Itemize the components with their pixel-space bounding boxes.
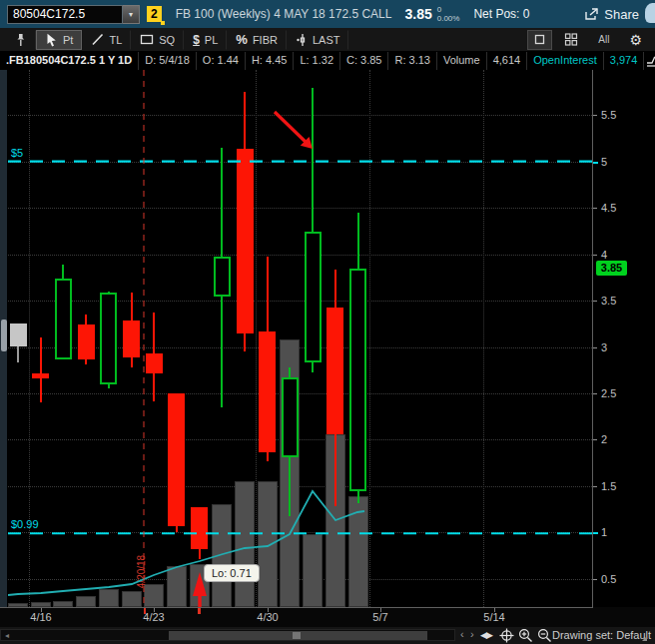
- price-tick-label: 3: [601, 341, 607, 353]
- price-gridline: [8, 255, 592, 256]
- price-gridline: [8, 439, 592, 440]
- price-gridline: [8, 115, 592, 116]
- price-tick-label: 2: [601, 433, 607, 445]
- price-level-label: $5: [11, 147, 23, 159]
- drawing-toolbar: Pt TL SQ $ PL % FIBR: [0, 28, 655, 52]
- all-button[interactable]: All: [589, 30, 617, 50]
- price-gridline: [8, 579, 592, 580]
- price-axis[interactable]: 5.554.543.532.521.510.53.85: [592, 70, 655, 607]
- tool-last-button[interactable]: LAST: [287, 30, 349, 50]
- zoom-in-button[interactable]: [518, 628, 533, 642]
- volume-bar: [212, 504, 232, 607]
- ohlc-range: R: 3.13: [388, 52, 436, 70]
- price-tick: [593, 579, 597, 580]
- zoom-out-button[interactable]: [537, 628, 552, 642]
- share-icon: [583, 7, 599, 21]
- pin-toolbar-button[interactable]: [5, 30, 36, 50]
- ohlc-high: H: 4.45: [246, 52, 294, 70]
- trendline-icon: [91, 33, 104, 46]
- chart-style-button[interactable]: [644, 52, 655, 70]
- price-tick-label: 0.5: [601, 573, 616, 585]
- price-tick: [593, 162, 598, 164]
- tool-square-label: SQ: [159, 34, 175, 46]
- tool-pointer-label: Pt: [63, 34, 73, 46]
- tool-pointer-button[interactable]: Pt: [36, 30, 82, 50]
- share-button[interactable]: Share: [583, 7, 639, 22]
- candle-body-4/24: [168, 393, 185, 526]
- price-tick: [593, 208, 597, 209]
- ohlc-close: C: 3.85: [340, 52, 388, 70]
- single-cell-view-button[interactable]: [527, 30, 552, 50]
- expiration-vline-label: 4/20/18: [136, 548, 147, 596]
- settings-button[interactable]: ⚙: [620, 30, 650, 50]
- resize-grip-icon: [642, 636, 647, 641]
- date-tick-label: 4/16: [24, 611, 58, 623]
- price-tick-label: 5.5: [601, 109, 616, 121]
- scrollbar-left-arrow-icon[interactable]: ◂: [5, 631, 9, 640]
- percent-icon: %: [236, 32, 248, 47]
- open-interest-value: 3,974: [604, 52, 645, 70]
- grid-view-button[interactable]: [555, 30, 586, 50]
- symbol-dropdown-button[interactable]: ▾: [123, 5, 140, 24]
- instrument-description: FB 100 (Weeklys) 4 MAY 18 172.5 CALL: [176, 7, 392, 21]
- crosshair-icon: [499, 628, 514, 643]
- partial-user-icon[interactable]: [645, 3, 655, 23]
- scroll-forward-button[interactable]: ›: [470, 628, 474, 640]
- tool-trendline-button[interactable]: TL: [82, 30, 131, 50]
- pan-icon: ◀▶: [480, 630, 492, 640]
- pan-mode-button[interactable]: ◀▶: [480, 628, 492, 642]
- price-gridline: [8, 532, 592, 533]
- open-interest-label: OpenInterest: [527, 52, 604, 70]
- change-value: 0: [437, 5, 460, 14]
- crosshair-button[interactable]: [499, 628, 514, 642]
- price-tick-label: 1.5: [601, 480, 616, 492]
- tool-square-button[interactable]: SQ: [131, 30, 184, 50]
- date-tick-label: 4/30: [251, 611, 285, 623]
- price-gridline: [8, 486, 592, 487]
- price-level-label: $0.99: [11, 518, 39, 530]
- price-tick: [593, 532, 598, 534]
- square-icon: [140, 33, 154, 46]
- net-position: Net Pos: 0: [473, 7, 529, 21]
- tool-fib-button[interactable]: % FIBR: [227, 30, 287, 50]
- price-gridline: [8, 162, 592, 163]
- drawing-set-menu[interactable]: Drawing set: Default: [552, 629, 651, 641]
- candle-icon: [296, 33, 308, 47]
- volume-bar: [348, 496, 368, 607]
- ohlc-low: L: 1.32: [294, 52, 340, 70]
- link-group-badge[interactable]: 2: [147, 6, 162, 22]
- price-tick: [593, 301, 597, 302]
- volume-bar: [167, 566, 187, 607]
- price-tick-label: 1: [601, 526, 607, 538]
- cursor-icon: [45, 33, 58, 47]
- price-tick: [593, 439, 597, 440]
- change-percent: 0.00%: [437, 14, 460, 23]
- left-gutter-handle[interactable]: [1, 320, 7, 351]
- arrow-axis-tick: [198, 608, 201, 614]
- volume-bar: [303, 534, 323, 607]
- time-scrollbar[interactable]: ◂: [0, 629, 455, 641]
- tool-fib-label: FIBR: [253, 34, 278, 46]
- instrument-header-bar: 80504C172.5 ▾ 2 FB 100 (Weeklys) 4 MAY 1…: [0, 0, 655, 28]
- price-tick: [593, 486, 597, 487]
- gear-icon: ⚙: [629, 32, 642, 48]
- price-tick: [593, 255, 597, 256]
- price-tick-label: 4.5: [601, 202, 616, 214]
- volume-label: Volume: [437, 52, 487, 70]
- last-price-axis-badge: 3.85: [596, 261, 627, 276]
- price-tick-label: 2.5: [601, 387, 616, 399]
- line-style-icon: [644, 54, 655, 68]
- symbol-input[interactable]: 80504C172.5: [7, 5, 123, 24]
- price-plot-area[interactable]: $5$0.994/20/18Lo: 0.71: [8, 70, 592, 607]
- date-tick-label: 4/23: [137, 611, 171, 623]
- zoom-in-icon: [518, 628, 533, 643]
- price-tick: [593, 115, 597, 116]
- time-axis[interactable]: 4/164/234/305/75/14: [0, 607, 655, 627]
- tool-pl-button[interactable]: $ PL: [184, 30, 227, 50]
- scrollbar-thumb[interactable]: [169, 631, 427, 640]
- volume-bar: [258, 481, 278, 607]
- price-tick-label: 5: [601, 156, 607, 168]
- scroll-back-button[interactable]: ‹: [460, 628, 464, 640]
- candle-body-4/23: [146, 353, 163, 373]
- price-gridline: [8, 301, 592, 302]
